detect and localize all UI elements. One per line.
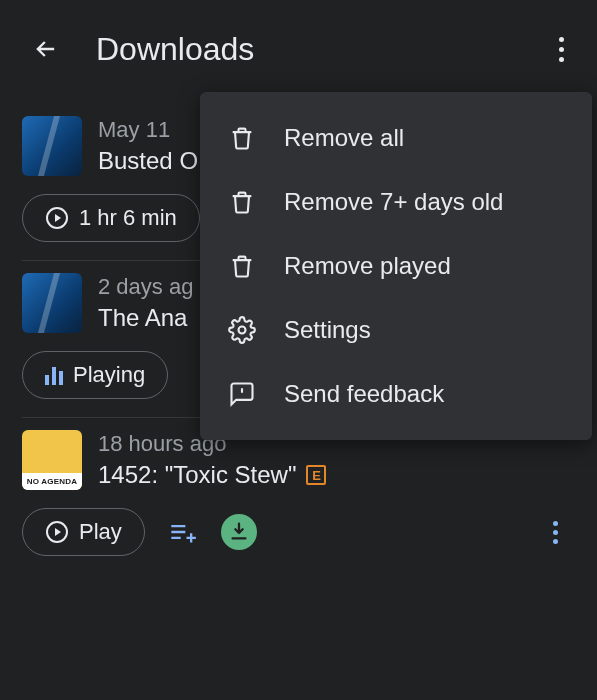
play-circle-icon — [45, 206, 69, 230]
trash-icon — [228, 124, 256, 152]
back-button[interactable] — [32, 35, 60, 63]
episode-thumbnail — [22, 116, 82, 176]
menu-item-label: Send feedback — [284, 380, 444, 408]
download-icon — [228, 521, 250, 543]
menu-item-remove-played[interactable]: Remove played — [200, 234, 592, 298]
menu-item-remove-all[interactable]: Remove all — [200, 106, 592, 170]
menu-item-label: Settings — [284, 316, 371, 344]
play-duration-button[interactable]: 1 hr 6 min — [22, 194, 200, 242]
trash-icon — [228, 252, 256, 280]
explicit-badge: E — [306, 465, 326, 485]
menu-item-settings[interactable]: Settings — [200, 298, 592, 362]
menu-item-label: Remove 7+ days old — [284, 188, 503, 216]
episode-date: May 11 — [98, 117, 198, 143]
pill-label: Play — [79, 519, 122, 545]
pill-label: 1 hr 6 min — [79, 205, 177, 231]
equalizer-icon — [45, 365, 63, 385]
menu-item-label: Remove played — [284, 252, 451, 280]
arrow-left-icon — [32, 35, 60, 63]
playlist-add-icon — [169, 518, 197, 546]
playing-button[interactable]: Playing — [22, 351, 168, 399]
episode-overflow-button[interactable] — [535, 512, 575, 552]
play-circle-icon — [45, 520, 69, 544]
episode-date: 2 days ag — [98, 274, 193, 300]
play-button[interactable]: Play — [22, 508, 145, 556]
episode-thumbnail: NO AGENDA — [22, 430, 82, 490]
downloaded-button[interactable] — [221, 514, 257, 550]
gear-icon — [228, 316, 256, 344]
trash-icon — [228, 188, 256, 216]
menu-item-feedback[interactable]: Send feedback — [200, 362, 592, 426]
thumbnail-label: NO AGENDA — [22, 473, 82, 490]
episode-title: 1452: "Toxic Stew" — [98, 461, 296, 489]
add-to-queue-button[interactable] — [163, 512, 203, 552]
episode-item[interactable]: NO AGENDA 18 hours ago 1452: "Toxic Stew… — [22, 418, 575, 574]
svg-point-2 — [239, 327, 246, 334]
pill-label: Playing — [73, 362, 145, 388]
menu-item-remove-old[interactable]: Remove 7+ days old — [200, 170, 592, 234]
more-vert-icon — [553, 521, 558, 544]
feedback-icon — [228, 380, 256, 408]
episode-title: The Ana — [98, 304, 193, 332]
overflow-menu-button[interactable] — [547, 24, 575, 74]
more-vert-icon — [559, 37, 564, 62]
header: Downloads — [0, 0, 597, 104]
page-title: Downloads — [96, 31, 511, 68]
overflow-menu: Remove all Remove 7+ days old Remove pla… — [200, 92, 592, 440]
episode-thumbnail — [22, 273, 82, 333]
menu-item-label: Remove all — [284, 124, 404, 152]
episode-title: Busted O — [98, 147, 198, 175]
